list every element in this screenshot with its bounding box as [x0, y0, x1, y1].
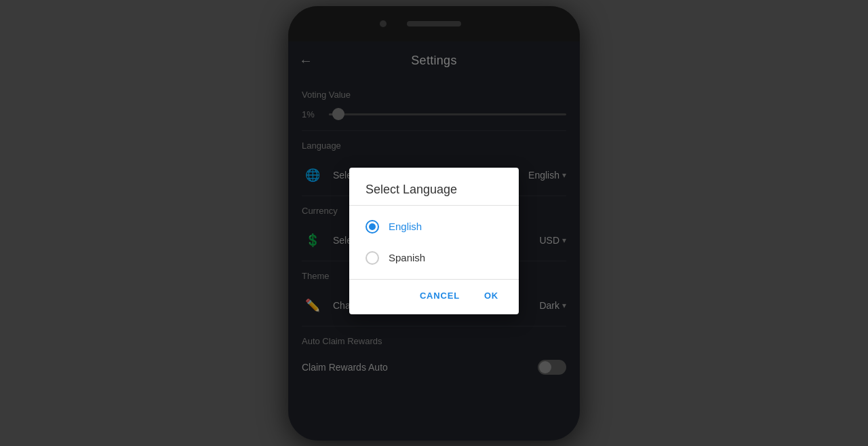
radio-english-inner [369, 223, 376, 230]
dialog-overlay: Select Language English Spanish [288, 41, 580, 441]
dialog-actions: CANCEL OK [349, 279, 519, 314]
dialog-options: English Spanish [349, 206, 519, 279]
option-spanish-label: Spanish [389, 252, 425, 263]
phone-frame: ← Settings Voting Value 1% Language 🌐 [288, 6, 580, 441]
phone-camera [380, 20, 387, 27]
option-spanish[interactable]: Spanish [349, 242, 519, 274]
option-english-label: English [389, 221, 422, 232]
radio-english [366, 220, 379, 234]
cancel-button[interactable]: CANCEL [410, 285, 469, 306]
phone-speaker [407, 21, 461, 26]
ok-button[interactable]: OK [475, 285, 508, 306]
phone-notch [288, 6, 580, 41]
phone-screen: ← Settings Voting Value 1% Language 🌐 [288, 41, 580, 441]
select-language-dialog: Select Language English Spanish [349, 168, 519, 314]
dialog-title: Select Language [349, 168, 519, 206]
option-english[interactable]: English [349, 211, 519, 242]
radio-spanish [366, 251, 379, 265]
settings-screen: ← Settings Voting Value 1% Language 🌐 [288, 41, 580, 441]
